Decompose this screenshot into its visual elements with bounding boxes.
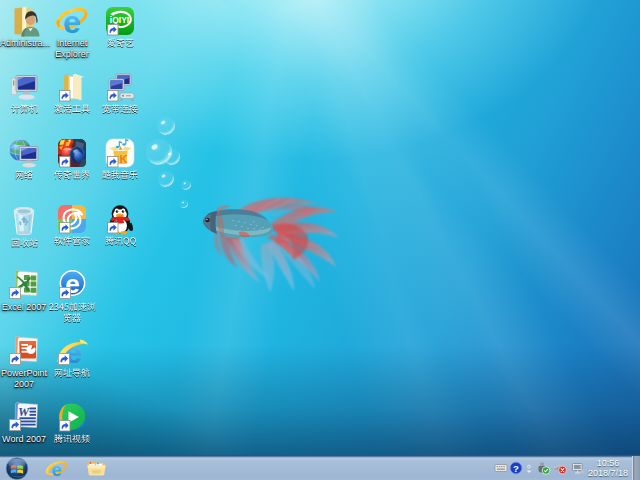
svg-text:W: W	[18, 405, 30, 419]
svg-text:iQIYI: iQIYI	[110, 15, 129, 25]
svg-text:e: e	[63, 5, 81, 37]
svg-text:?: ?	[513, 463, 519, 474]
svg-text:K: K	[120, 153, 128, 165]
svg-text:e: e	[51, 460, 61, 478]
